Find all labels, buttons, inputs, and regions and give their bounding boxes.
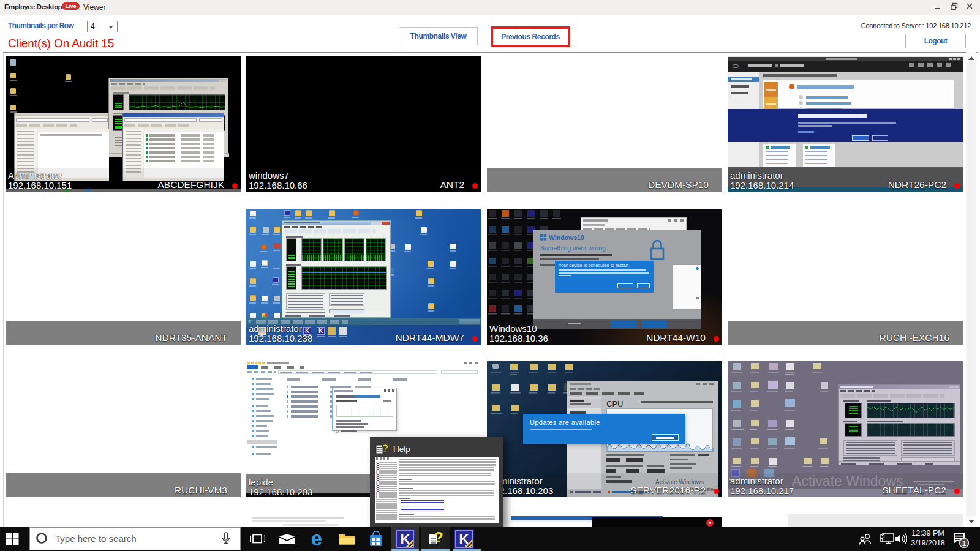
svg-text:?: ?: [434, 531, 443, 545]
svg-text:Windows10: Windows10: [549, 234, 584, 241]
svg-text:1: 1: [962, 539, 967, 548]
svg-text:?: ?: [382, 443, 389, 455]
